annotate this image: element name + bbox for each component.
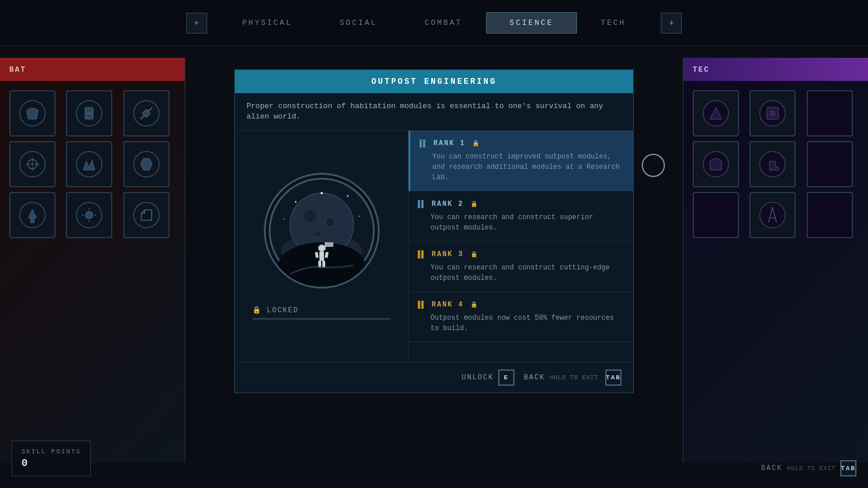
right-skill-grid xyxy=(683,81,868,247)
svg-point-38 xyxy=(318,245,325,252)
rank-2-header: RANK 2 🔒 xyxy=(418,199,624,209)
rank-item-2[interactable]: RANK 2 🔒 You can research and construct … xyxy=(409,191,633,242)
left-skill-item[interactable] xyxy=(9,141,56,187)
rank-4-title: RANK 4 xyxy=(432,301,464,309)
svg-point-30 xyxy=(326,217,335,227)
tab-combat[interactable]: COMBAT xyxy=(401,12,486,34)
locked-area: 🔒 LOCKED xyxy=(247,306,396,320)
svg-point-31 xyxy=(314,230,321,237)
locked-progress-bar xyxy=(252,318,391,320)
rank-list: RANK 1 🔒 You can construct improved outp… xyxy=(409,131,633,362)
skill-points-label: SKILL POINTS xyxy=(21,448,81,455)
right-skill-item[interactable] xyxy=(749,192,796,238)
skill-points-panel: SKILL POINTS 0 xyxy=(12,441,91,476)
right-skill-item[interactable] xyxy=(693,192,739,238)
skill-image-area: 🔒 LOCKED xyxy=(235,131,409,362)
left-skill-item[interactable] xyxy=(123,90,170,136)
rank-connection-indicator xyxy=(642,154,665,177)
rank-item-3[interactable]: RANK 3 🔒 You can research and construct … xyxy=(409,242,633,292)
left-skill-item[interactable] xyxy=(9,90,56,136)
left-skill-item[interactable] xyxy=(123,141,170,187)
rank-3-header: RANK 3 🔒 xyxy=(418,250,624,259)
left-skill-panel: BAT xyxy=(0,58,185,463)
locked-label: 🔒 LOCKED xyxy=(252,306,391,315)
bottom-hold-label: HOLD TO EXIT xyxy=(787,465,836,472)
back-key[interactable]: TAB xyxy=(605,369,621,386)
rank-1-title: RANK 1 xyxy=(433,139,465,147)
right-panel-header: TEC xyxy=(683,58,868,81)
nav-right-arrow[interactable]: + xyxy=(661,13,682,34)
panel-body: 🔒 LOCKED RANK 1 🔒 You can construct imp xyxy=(235,131,633,362)
skill-points-value: 0 xyxy=(21,457,81,469)
right-skill-item[interactable] xyxy=(807,192,853,238)
left-skill-item[interactable] xyxy=(66,90,112,136)
rank-1-icon xyxy=(420,139,429,148)
skill-title: OUTPOST ENGINEERING xyxy=(235,70,633,93)
left-skill-item[interactable] xyxy=(66,192,112,238)
hold-label: HOLD TO EXIT xyxy=(550,375,598,381)
svg-point-29 xyxy=(303,209,317,223)
right-skill-item[interactable] xyxy=(693,90,739,136)
right-skill-item[interactable] xyxy=(749,90,796,136)
top-navigation: + PHYSICAL SOCIAL COMBAT SCIENCE TECH + xyxy=(0,0,868,46)
skill-detail-panel: OUTPOST ENGINEERING Proper construction … xyxy=(234,69,634,393)
rank-4-icon xyxy=(418,300,427,309)
rank-2-description: You can research and construct superior … xyxy=(418,212,624,233)
rank-3-description: You can research and construct cutting-e… xyxy=(418,263,624,283)
svg-rect-13 xyxy=(31,218,34,223)
right-skill-item[interactable] xyxy=(693,141,739,187)
panel-footer: UNLOCK E BACK HOLD TO EXIT TAB xyxy=(235,362,633,393)
svg-rect-39 xyxy=(319,252,324,261)
svg-rect-45 xyxy=(325,242,333,247)
tab-tech[interactable]: TECH xyxy=(577,12,649,34)
svg-point-16 xyxy=(134,202,159,228)
svg-point-32 xyxy=(295,201,296,203)
unlock-key[interactable]: E xyxy=(498,369,514,386)
svg-point-15 xyxy=(86,212,93,219)
left-panel-header: BAT xyxy=(0,58,185,81)
svg-point-10 xyxy=(76,151,102,177)
svg-point-34 xyxy=(359,216,360,217)
nav-left-arrow[interactable]: + xyxy=(186,13,207,34)
bottom-back-key[interactable]: TAB xyxy=(840,460,856,476)
rank-3-icon xyxy=(418,250,427,259)
rank-1-header: RANK 1 🔒 xyxy=(420,139,624,148)
svg-point-33 xyxy=(347,195,348,197)
right-skill-item[interactable] xyxy=(807,90,853,136)
left-skill-grid xyxy=(0,81,185,247)
rank-4-description: Outpost modules now cost 50% fewer resou… xyxy=(418,313,624,334)
tab-physical[interactable]: PHYSICAL xyxy=(219,12,316,34)
back-label: BACK xyxy=(524,374,545,382)
rank-1-lock: 🔒 xyxy=(472,140,479,147)
back-button-area: BACK HOLD TO EXIT TAB xyxy=(524,369,621,386)
right-skill-item[interactable] xyxy=(807,141,853,187)
tab-social[interactable]: SOCIAL xyxy=(316,12,401,34)
rank-2-icon xyxy=(418,199,427,209)
unlock-label: UNLOCK xyxy=(462,374,494,382)
right-skill-item[interactable] xyxy=(749,141,796,187)
bottom-back-label: BACK xyxy=(761,464,782,472)
lock-icon: 🔒 xyxy=(252,306,262,315)
rank-item-1[interactable]: RANK 1 🔒 You can construct improved outp… xyxy=(409,131,633,191)
rank-2-title: RANK 2 xyxy=(432,200,464,208)
rank-item-4[interactable]: RANK 4 🔒 Outpost modules now cost 50% fe… xyxy=(409,292,633,342)
rank-4-header: RANK 4 🔒 xyxy=(418,300,624,309)
left-skill-item[interactable] xyxy=(9,192,56,238)
tab-science[interactable]: SCIENCE xyxy=(486,12,578,34)
right-skill-panel: TEC xyxy=(683,58,868,463)
bottom-back-area: BACK HOLD TO EXIT TAB xyxy=(761,460,856,476)
left-skill-item[interactable] xyxy=(123,192,170,238)
rank-3-title: RANK 3 xyxy=(432,250,464,258)
rank-4-lock: 🔒 xyxy=(470,301,477,308)
rank-2-lock: 🔒 xyxy=(470,201,477,208)
rank-1-description: You can construct improved outpost modul… xyxy=(420,151,624,183)
svg-point-35 xyxy=(284,219,285,220)
left-skill-item[interactable] xyxy=(66,141,112,187)
skill-emblem xyxy=(264,173,380,289)
rank-3-lock: 🔒 xyxy=(470,251,477,258)
svg-point-36 xyxy=(321,192,323,194)
skill-description: Proper construction of habitation module… xyxy=(235,93,633,131)
unlock-button-area: UNLOCK E xyxy=(462,369,514,386)
